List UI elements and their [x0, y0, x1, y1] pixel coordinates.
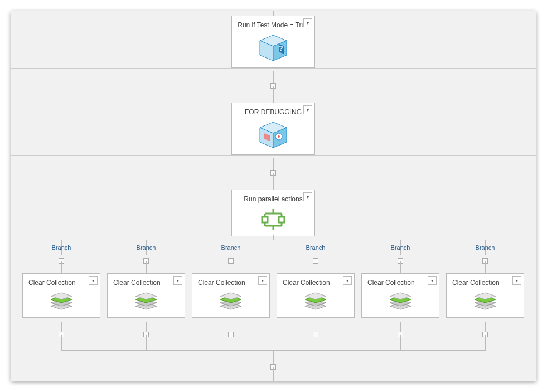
collection-stack-icon	[192, 289, 269, 317]
connector	[273, 11, 274, 16]
guide-line	[11, 155, 536, 156]
connector	[61, 261, 62, 273]
node-menu-button[interactable]: ▾	[89, 276, 98, 285]
node-menu-button[interactable]: ▾	[343, 276, 352, 285]
branch-label: Branch	[476, 244, 495, 251]
node-menu-button[interactable]: ▾	[428, 276, 437, 285]
connector	[485, 261, 486, 273]
node-menu-button[interactable]: ▾	[303, 105, 312, 114]
branch-bar-top	[61, 240, 486, 240]
debug-cube-icon	[232, 119, 314, 154]
branch-label: Branch	[306, 244, 326, 251]
workflow-canvas[interactable]: Run if Test Mode = True ▾ ? FOR DEBUGGIN…	[11, 11, 536, 381]
node-clear-collection[interactable]: Clear Collection ▾	[446, 273, 524, 318]
connector	[273, 173, 274, 190]
node-menu-button[interactable]: ▾	[173, 276, 182, 285]
node-title: Run parallel actions	[232, 190, 314, 206]
node-clear-collection[interactable]: Clear Collection ▾	[192, 273, 270, 318]
node-clear-collection[interactable]: Clear Collection ▾	[361, 273, 439, 318]
node-clear-collection[interactable]: Clear Collection ▾	[22, 273, 100, 318]
connector	[400, 335, 401, 350]
node-parallel[interactable]: Run parallel actions ▾	[231, 190, 315, 236]
node-debug[interactable]: FOR DEBUGGING ▾	[231, 103, 315, 155]
collection-stack-icon	[447, 289, 524, 317]
node-title: Run if Test Mode = True	[232, 16, 314, 32]
node-clear-collection[interactable]: Clear Collection ▾	[277, 273, 355, 318]
branch-label: Branch	[52, 244, 71, 251]
branch-label: Branch	[137, 244, 156, 251]
connector	[231, 261, 231, 273]
connector	[485, 335, 486, 350]
connector	[146, 335, 147, 350]
node-clear-collection[interactable]: Clear Collection ▾	[107, 273, 185, 318]
collection-stack-icon	[23, 289, 100, 317]
connector	[316, 335, 316, 350]
svg-rect-16	[279, 217, 284, 222]
connector	[61, 335, 62, 350]
guide-line	[11, 68, 536, 69]
node-menu-button[interactable]: ▾	[258, 276, 267, 285]
connector	[273, 86, 274, 103]
parallel-icon	[232, 206, 314, 236]
connector	[273, 350, 274, 365]
node-title: FOR DEBUGGING	[232, 103, 314, 119]
collection-stack-icon	[362, 289, 439, 317]
collection-stack-icon	[277, 289, 354, 317]
connector	[273, 235, 274, 240]
collection-stack-icon	[108, 289, 185, 317]
connector	[231, 335, 231, 350]
condition-cube-icon: ?	[232, 32, 314, 67]
node-menu-button[interactable]: ▾	[512, 276, 521, 285]
connector	[146, 261, 147, 273]
connector	[316, 261, 316, 273]
svg-rect-15	[262, 217, 268, 222]
svg-point-10	[278, 135, 280, 138]
branch-label: Branch	[391, 244, 410, 251]
node-menu-button[interactable]: ▾	[303, 18, 312, 27]
branch-label: Branch	[221, 244, 241, 251]
connector	[400, 261, 401, 273]
node-menu-button[interactable]: ▾	[303, 192, 312, 201]
svg-text:?: ?	[279, 45, 283, 52]
connector	[273, 367, 274, 381]
node-test-mode[interactable]: Run if Test Mode = True ▾ ?	[231, 16, 315, 68]
